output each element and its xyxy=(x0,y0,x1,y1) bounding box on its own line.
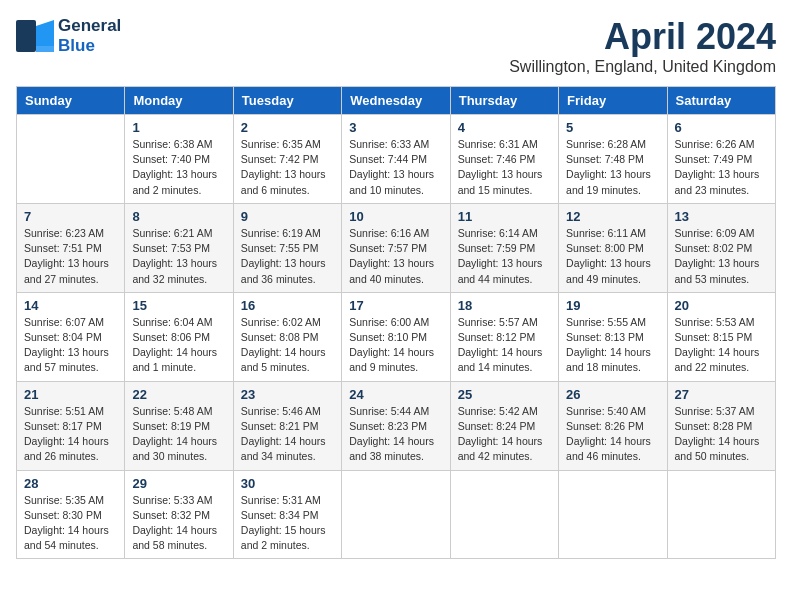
day-info: Sunrise: 5:40 AM Sunset: 8:26 PM Dayligh… xyxy=(566,404,659,465)
calendar-cell: 21Sunrise: 5:51 AM Sunset: 8:17 PM Dayli… xyxy=(17,381,125,470)
day-info: Sunrise: 5:33 AM Sunset: 8:32 PM Dayligh… xyxy=(132,493,225,554)
day-info: Sunrise: 5:57 AM Sunset: 8:12 PM Dayligh… xyxy=(458,315,551,376)
day-number: 2 xyxy=(241,120,334,135)
calendar-cell: 4Sunrise: 6:31 AM Sunset: 7:46 PM Daylig… xyxy=(450,115,558,204)
calendar-cell: 6Sunrise: 6:26 AM Sunset: 7:49 PM Daylig… xyxy=(667,115,775,204)
calendar-cell: 28Sunrise: 5:35 AM Sunset: 8:30 PM Dayli… xyxy=(17,470,125,559)
calendar-cell: 27Sunrise: 5:37 AM Sunset: 8:28 PM Dayli… xyxy=(667,381,775,470)
day-number: 28 xyxy=(24,476,117,491)
weekday-header-saturday: Saturday xyxy=(667,87,775,115)
calendar-cell: 14Sunrise: 6:07 AM Sunset: 8:04 PM Dayli… xyxy=(17,292,125,381)
day-number: 16 xyxy=(241,298,334,313)
day-number: 25 xyxy=(458,387,551,402)
weekday-header-tuesday: Tuesday xyxy=(233,87,341,115)
day-number: 15 xyxy=(132,298,225,313)
calendar-cell: 8Sunrise: 6:21 AM Sunset: 7:53 PM Daylig… xyxy=(125,203,233,292)
calendar-cell: 12Sunrise: 6:11 AM Sunset: 8:00 PM Dayli… xyxy=(559,203,667,292)
day-number: 24 xyxy=(349,387,442,402)
calendar-cell xyxy=(667,470,775,559)
day-info: Sunrise: 6:14 AM Sunset: 7:59 PM Dayligh… xyxy=(458,226,551,287)
day-number: 18 xyxy=(458,298,551,313)
svg-rect-0 xyxy=(16,20,36,52)
day-info: Sunrise: 6:07 AM Sunset: 8:04 PM Dayligh… xyxy=(24,315,117,376)
weekday-header-monday: Monday xyxy=(125,87,233,115)
day-number: 1 xyxy=(132,120,225,135)
day-info: Sunrise: 6:23 AM Sunset: 7:51 PM Dayligh… xyxy=(24,226,117,287)
day-info: Sunrise: 5:46 AM Sunset: 8:21 PM Dayligh… xyxy=(241,404,334,465)
day-number: 27 xyxy=(675,387,768,402)
logo-icon xyxy=(16,20,54,52)
day-info: Sunrise: 5:55 AM Sunset: 8:13 PM Dayligh… xyxy=(566,315,659,376)
day-number: 21 xyxy=(24,387,117,402)
calendar-week-row: 1Sunrise: 6:38 AM Sunset: 7:40 PM Daylig… xyxy=(17,115,776,204)
calendar-cell xyxy=(17,115,125,204)
day-number: 11 xyxy=(458,209,551,224)
calendar-cell xyxy=(559,470,667,559)
location: Swillington, England, United Kingdom xyxy=(509,58,776,76)
day-number: 9 xyxy=(241,209,334,224)
day-info: Sunrise: 6:09 AM Sunset: 8:02 PM Dayligh… xyxy=(675,226,768,287)
weekday-header-friday: Friday xyxy=(559,87,667,115)
calendar-cell: 18Sunrise: 5:57 AM Sunset: 8:12 PM Dayli… xyxy=(450,292,558,381)
day-number: 22 xyxy=(132,387,225,402)
calendar-cell: 24Sunrise: 5:44 AM Sunset: 8:23 PM Dayli… xyxy=(342,381,450,470)
calendar-cell: 29Sunrise: 5:33 AM Sunset: 8:32 PM Dayli… xyxy=(125,470,233,559)
day-info: Sunrise: 6:00 AM Sunset: 8:10 PM Dayligh… xyxy=(349,315,442,376)
day-number: 12 xyxy=(566,209,659,224)
day-info: Sunrise: 6:21 AM Sunset: 7:53 PM Dayligh… xyxy=(132,226,225,287)
day-number: 3 xyxy=(349,120,442,135)
day-number: 14 xyxy=(24,298,117,313)
calendar-cell: 9Sunrise: 6:19 AM Sunset: 7:55 PM Daylig… xyxy=(233,203,341,292)
calendar-cell: 15Sunrise: 6:04 AM Sunset: 8:06 PM Dayli… xyxy=(125,292,233,381)
day-info: Sunrise: 6:11 AM Sunset: 8:00 PM Dayligh… xyxy=(566,226,659,287)
day-number: 10 xyxy=(349,209,442,224)
calendar-cell xyxy=(450,470,558,559)
calendar-cell: 26Sunrise: 5:40 AM Sunset: 8:26 PM Dayli… xyxy=(559,381,667,470)
calendar-cell xyxy=(342,470,450,559)
calendar-week-row: 21Sunrise: 5:51 AM Sunset: 8:17 PM Dayli… xyxy=(17,381,776,470)
calendar-cell: 2Sunrise: 6:35 AM Sunset: 7:42 PM Daylig… xyxy=(233,115,341,204)
day-number: 29 xyxy=(132,476,225,491)
calendar-cell: 11Sunrise: 6:14 AM Sunset: 7:59 PM Dayli… xyxy=(450,203,558,292)
day-number: 23 xyxy=(241,387,334,402)
calendar-table: SundayMondayTuesdayWednesdayThursdayFrid… xyxy=(16,86,776,559)
weekday-header-thursday: Thursday xyxy=(450,87,558,115)
logo-name-line1: General xyxy=(58,16,121,36)
day-number: 19 xyxy=(566,298,659,313)
day-info: Sunrise: 6:16 AM Sunset: 7:57 PM Dayligh… xyxy=(349,226,442,287)
calendar-cell: 25Sunrise: 5:42 AM Sunset: 8:24 PM Dayli… xyxy=(450,381,558,470)
day-number: 13 xyxy=(675,209,768,224)
calendar-cell: 19Sunrise: 5:55 AM Sunset: 8:13 PM Dayli… xyxy=(559,292,667,381)
calendar-cell: 7Sunrise: 6:23 AM Sunset: 7:51 PM Daylig… xyxy=(17,203,125,292)
weekday-header-sunday: Sunday xyxy=(17,87,125,115)
calendar-cell: 13Sunrise: 6:09 AM Sunset: 8:02 PM Dayli… xyxy=(667,203,775,292)
day-info: Sunrise: 6:28 AM Sunset: 7:48 PM Dayligh… xyxy=(566,137,659,198)
day-number: 20 xyxy=(675,298,768,313)
calendar-week-row: 14Sunrise: 6:07 AM Sunset: 8:04 PM Dayli… xyxy=(17,292,776,381)
day-info: Sunrise: 6:33 AM Sunset: 7:44 PM Dayligh… xyxy=(349,137,442,198)
day-info: Sunrise: 5:53 AM Sunset: 8:15 PM Dayligh… xyxy=(675,315,768,376)
day-number: 4 xyxy=(458,120,551,135)
day-info: Sunrise: 6:04 AM Sunset: 8:06 PM Dayligh… xyxy=(132,315,225,376)
day-info: Sunrise: 5:48 AM Sunset: 8:19 PM Dayligh… xyxy=(132,404,225,465)
weekday-header-wednesday: Wednesday xyxy=(342,87,450,115)
title-area: April 2024 Swillington, England, United … xyxy=(509,16,776,76)
calendar-week-row: 7Sunrise: 6:23 AM Sunset: 7:51 PM Daylig… xyxy=(17,203,776,292)
svg-marker-2 xyxy=(36,46,54,52)
day-info: Sunrise: 6:26 AM Sunset: 7:49 PM Dayligh… xyxy=(675,137,768,198)
logo: General Blue xyxy=(16,16,121,55)
calendar-cell: 3Sunrise: 6:33 AM Sunset: 7:44 PM Daylig… xyxy=(342,115,450,204)
day-info: Sunrise: 5:44 AM Sunset: 8:23 PM Dayligh… xyxy=(349,404,442,465)
day-info: Sunrise: 6:35 AM Sunset: 7:42 PM Dayligh… xyxy=(241,137,334,198)
calendar-cell: 16Sunrise: 6:02 AM Sunset: 8:08 PM Dayli… xyxy=(233,292,341,381)
day-number: 5 xyxy=(566,120,659,135)
weekday-header-row: SundayMondayTuesdayWednesdayThursdayFrid… xyxy=(17,87,776,115)
calendar-cell: 30Sunrise: 5:31 AM Sunset: 8:34 PM Dayli… xyxy=(233,470,341,559)
calendar-cell: 10Sunrise: 6:16 AM Sunset: 7:57 PM Dayli… xyxy=(342,203,450,292)
day-number: 8 xyxy=(132,209,225,224)
day-number: 26 xyxy=(566,387,659,402)
calendar-cell: 20Sunrise: 5:53 AM Sunset: 8:15 PM Dayli… xyxy=(667,292,775,381)
calendar-cell: 17Sunrise: 6:00 AM Sunset: 8:10 PM Dayli… xyxy=(342,292,450,381)
calendar-week-row: 28Sunrise: 5:35 AM Sunset: 8:30 PM Dayli… xyxy=(17,470,776,559)
day-info: Sunrise: 6:02 AM Sunset: 8:08 PM Dayligh… xyxy=(241,315,334,376)
